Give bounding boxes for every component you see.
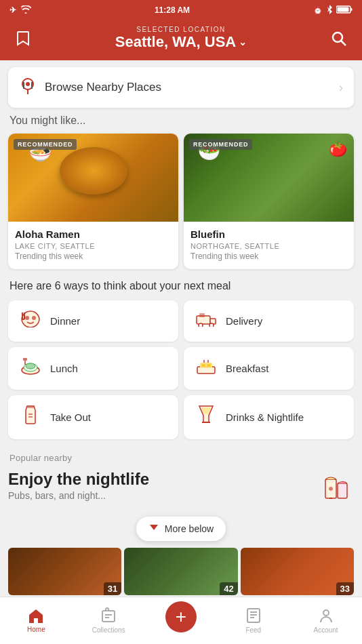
svg-rect-1 [338, 7, 349, 12]
svg-line-4 [342, 41, 346, 45]
plane-icon: ✈ [9, 5, 16, 15]
way-delivery[interactable]: Delivery [184, 300, 354, 342]
bookmark-button[interactable] [11, 26, 35, 51]
battery-icon [336, 5, 353, 15]
breakfast-icon [195, 357, 218, 380]
more-below-container: More below [0, 517, 362, 541]
nav-home[interactable]: Home [0, 597, 73, 644]
thumbnail-2[interactable]: 42 [124, 548, 237, 595]
search-button[interactable] [327, 26, 351, 51]
card-bluefin-badge: RECOMMENDED [189, 139, 252, 150]
svg-marker-41 [150, 525, 158, 530]
delivery-icon [195, 310, 218, 331]
thumb-count-3: 33 [336, 582, 354, 595]
status-right-icons: ⏰ [313, 5, 353, 16]
svg-rect-2 [351, 8, 353, 11]
svg-rect-38 [338, 483, 347, 498]
more-below-text: More below [165, 523, 214, 534]
svg-rect-28 [207, 364, 211, 367]
thumbnail-3[interactable]: 33 [241, 548, 354, 595]
breakfast-label: Breakfast [226, 363, 268, 374]
thumb-count-1: 31 [104, 582, 121, 595]
bottom-nav: Home Collections + Feed Account [0, 597, 362, 644]
card-bluefin-location: NORTHGATE, SEATTLE [190, 242, 347, 250]
ways-grid: Dinner Delivery [0, 300, 362, 439]
takeout-label: Take Out [50, 411, 91, 423]
delivery-label: Delivery [226, 315, 262, 327]
feed-icon [246, 607, 261, 624]
browse-pin-icon [19, 77, 37, 98]
more-below-arrow-icon [148, 522, 159, 536]
nav-add[interactable]: + [145, 597, 218, 644]
app-header: SELECTED LOCATION Seattle, WA, USA ⌄ [0, 20, 362, 60]
wifi-icon [20, 5, 31, 16]
popular-subtitle: Pubs, bars, and night... [8, 490, 149, 501]
thumbnail-strip: 31 42 33 [0, 548, 362, 595]
svg-point-18 [209, 323, 214, 327]
svg-point-6 [26, 82, 30, 86]
nav-feed-label: Feed [245, 626, 261, 634]
svg-point-39 [329, 487, 333, 491]
way-drinks-nightlife[interactable]: Drinks & Nightlife [184, 395, 354, 439]
svg-point-49 [323, 610, 329, 616]
svg-point-3 [333, 33, 342, 42]
nav-home-label: Home [27, 626, 45, 633]
card-bluefin-name: Bluefin [190, 228, 347, 240]
dinner-label: Dinner [50, 315, 80, 327]
way-dinner[interactable]: Dinner [8, 300, 178, 342]
card-aloha-ramen[interactable]: 🍜 RECOMMENDED Aloha Ramen LAKE CITY, SEA… [8, 134, 178, 269]
card-aloha-ramen-image: 🍜 RECOMMENDED [8, 134, 178, 222]
dinner-icon [19, 310, 42, 332]
svg-rect-31 [27, 406, 34, 408]
svg-point-10 [25, 316, 29, 320]
card-aloha-ramen-name: Aloha Ramen [15, 228, 172, 240]
card-aloha-ramen-trending: Trending this week [15, 251, 172, 261]
svg-point-22 [26, 363, 35, 369]
nav-collections-label: Collections [92, 626, 125, 634]
card-aloha-ramen-info: Aloha Ramen LAKE CITY, SEATTLE Trending … [8, 222, 178, 269]
nightlife-icon [319, 470, 354, 511]
browse-nearby-button[interactable]: Browse Nearby Places › [8, 67, 354, 108]
location-display[interactable]: Seattle, WA, USA ⌄ [35, 33, 327, 51]
bluetooth-icon [326, 5, 333, 16]
drinks-icon [195, 405, 218, 430]
card-bluefin-info: Bluefin NORTHGATE, SEATTLE Trending this… [184, 222, 354, 269]
nav-account[interactable]: Account [289, 597, 362, 644]
way-breakfast[interactable]: Breakfast [184, 347, 354, 390]
way-lunch[interactable]: Lunch [8, 347, 178, 390]
add-button[interactable]: + [165, 601, 197, 632]
takeout-icon [19, 405, 42, 430]
more-below-button[interactable]: More below [136, 517, 226, 541]
nav-feed[interactable]: Feed [217, 597, 289, 644]
svg-rect-19 [199, 313, 205, 317]
recommended-cards: 🍜 RECOMMENDED Aloha Ramen LAKE CITY, SEA… [0, 134, 362, 269]
lunch-icon [19, 357, 42, 380]
card-bluefin-trending: Trending this week [190, 251, 347, 261]
way-takeout[interactable]: Take Out [8, 395, 178, 439]
you-might-like-title: You might like... [9, 115, 353, 127]
add-icon: + [176, 607, 186, 626]
popular-title: Enjoy the nightlife [8, 470, 149, 489]
popular-header: Enjoy the nightlife Pubs, bars, and nigh… [8, 470, 354, 511]
drinks-nightlife-label: Drinks & Nightlife [226, 411, 304, 423]
svg-rect-23 [23, 358, 27, 361]
account-icon [319, 607, 334, 624]
home-icon [28, 608, 44, 623]
thumb-count-2: 42 [220, 582, 237, 595]
collections-icon [101, 607, 116, 624]
status-bar: ✈ 11:28 AM ⏰ [0, 0, 362, 20]
nav-collections[interactable]: Collections [73, 597, 145, 644]
svg-point-17 [199, 323, 203, 327]
location-chevron: ⌄ [239, 37, 247, 47]
svg-rect-42 [102, 611, 115, 622]
status-time: 11:28 AM [155, 5, 190, 15]
card-bluefin-image: 🥗 🍅 RECOMMENDED [184, 134, 354, 222]
location-selector[interactable]: SELECTED LOCATION Seattle, WA, USA ⌄ [35, 26, 327, 51]
card-bluefin[interactable]: 🥗 🍅 RECOMMENDED Bluefin NORTHGATE, SEATT… [184, 134, 354, 269]
lunch-label: Lunch [50, 363, 78, 374]
thumbnail-1[interactable]: 31 [8, 548, 121, 595]
alarm-icon: ⏰ [313, 6, 323, 15]
ways-title: Here are 6 ways to think about your next… [9, 280, 353, 292]
svg-point-11 [32, 316, 36, 320]
popular-nearby-label: Popular nearby [0, 450, 362, 466]
